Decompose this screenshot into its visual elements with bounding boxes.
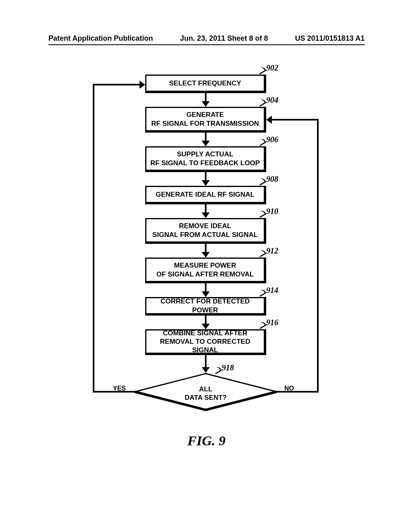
yes-arrowhead-icon — [140, 81, 145, 89]
step-910-label: REMOVE IDEALSIGNAL FROM ACTUAL SIGNAL — [152, 222, 258, 239]
header-left: Patent Application Publication — [48, 34, 153, 43]
header-divider — [48, 44, 365, 45]
figure-caption: FIG. 9 — [60, 433, 353, 510]
arrow-904-906 — [205, 133, 206, 145]
header-center: Jun. 23, 2011 Sheet 8 of 8 — [180, 34, 268, 43]
arrow-908-910 — [205, 204, 206, 217]
step-906-label: SUPPLY ACTUALRF SIGNAL TO FEEDBACK LOOP — [150, 150, 260, 167]
step-916: COMBINE SIGNAL AFTERREMOVAL TO CORRECTED… — [145, 329, 266, 355]
step-904: GENERATERF SIGNAL FOR TRANSMISSION — [145, 107, 266, 133]
hook-icon — [257, 177, 267, 185]
hook-icon — [257, 320, 267, 329]
step-914-label: CORRECT FOR DETECTED POWER — [149, 297, 261, 314]
arrow-902-904 — [205, 93, 206, 106]
refnum-912: 912 — [266, 246, 278, 256]
step-902-label: SELECT FREQUENCY — [169, 79, 241, 87]
hook-icon — [257, 288, 267, 297]
arrow-906-908 — [205, 172, 206, 185]
step-912-label: MEASURE POWEROF SIGNAL AFTER REMOVAL — [156, 261, 254, 278]
step-908: GENERATE IDEAL RF SIGNAL — [145, 186, 266, 204]
step-914: CORRECT FOR DETECTED POWER — [145, 297, 266, 316]
refnum-910: 910 — [266, 207, 278, 216]
decision-918: ALLDATA SENT? — [133, 373, 278, 411]
arrow-914-916 — [205, 316, 206, 328]
no-line-h2 — [271, 119, 319, 121]
step-910: REMOVE IDEALSIGNAL FROM ACTUAL SIGNAL — [145, 218, 266, 244]
arrow-912-914 — [205, 283, 206, 296]
hook-icon — [257, 209, 267, 218]
no-line-h1 — [277, 391, 319, 393]
step-904-label: GENERATERF SIGNAL FOR TRANSMISSION — [151, 110, 259, 128]
arrow-910-912 — [205, 244, 206, 257]
no-arrowhead-icon — [266, 116, 272, 124]
step-902: SELECT FREQUENCY — [145, 75, 266, 93]
hook-icon — [257, 66, 267, 74]
refnum-904: 904 — [266, 96, 278, 105]
step-916-label: COMBINE SIGNAL AFTERREMOVAL TO CORRECTED… — [149, 329, 261, 355]
refnum-918: 918 — [222, 363, 234, 372]
hook-icon — [257, 137, 267, 146]
step-908-label: GENERATE IDEAL RF SIGNAL — [156, 190, 254, 199]
page-header: Patent Application Publication Jun. 23, … — [0, 34, 413, 43]
refnum-902: 902 — [266, 63, 278, 73]
refnum-908: 908 — [266, 175, 278, 184]
yes-line-h2 — [93, 84, 140, 85]
decision-918-label: ALLDATA SENT? — [133, 385, 278, 402]
flowchart-figure: SELECT FREQUENCY 902 GENERATERF SIGNAL F… — [60, 66, 353, 510]
header-right: US 2011/0151813 A1 — [295, 34, 365, 43]
no-line-v — [317, 119, 319, 393]
refnum-914: 914 — [266, 286, 278, 295]
yes-line-v — [93, 84, 94, 393]
refnum-916: 916 — [266, 318, 278, 327]
step-912: MEASURE POWEROF SIGNAL AFTER REMOVAL — [145, 258, 266, 283]
hook-icon — [257, 249, 267, 257]
refnum-906: 906 — [266, 135, 278, 144]
step-906: SUPPLY ACTUALRF SIGNAL TO FEEDBACK LOOP — [145, 146, 266, 172]
yes-line-h1 — [93, 391, 135, 393]
arrow-916-918 — [205, 355, 206, 372]
hook-icon — [257, 98, 267, 106]
